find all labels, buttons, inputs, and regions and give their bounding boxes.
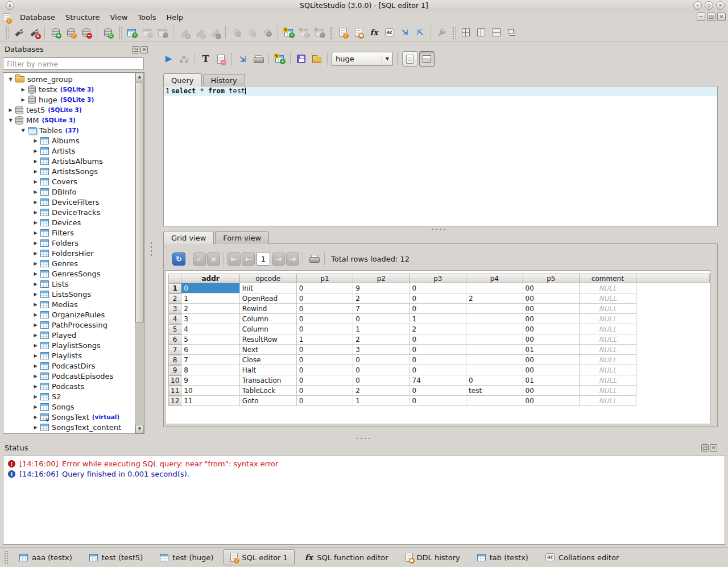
grid-cell[interactable]: 00	[523, 283, 580, 293]
grid-cell[interactable]: Close	[240, 355, 297, 365]
grid-cell[interactable]: 2	[353, 293, 410, 304]
grid-cell[interactable]: TableLock	[240, 386, 297, 396]
grid-cell[interactable]: Next	[240, 345, 297, 355]
status-panel-close-button[interactable]: ×	[710, 444, 717, 452]
tree-item-Artists[interactable]: ▶Artists	[3, 146, 135, 156]
tree-item-PodcastDirs[interactable]: ▶PodcastDirs	[3, 361, 135, 371]
add-view-button[interactable]: +↯	[281, 25, 296, 40]
tree-item-Songs[interactable]: ▶Songs	[3, 402, 135, 412]
expand-arrow-icon[interactable]: ▶	[7, 107, 14, 113]
format-sql-button[interactable]: T	[198, 51, 213, 67]
add-database-button[interactable]: +	[48, 25, 63, 40]
grid-cell[interactable]: OpenRead	[240, 293, 297, 304]
grid-cell[interactable]: 0	[353, 355, 410, 365]
taskbar-button-sql-editor-1[interactable]: ⁄SQL editor 1	[224, 549, 295, 565]
database-selector-combo[interactable]: huge▼	[332, 52, 393, 66]
tree-item-MM[interactable]: ▼MM(SQLite 3)	[3, 115, 135, 125]
grid-cell[interactable]: 7	[353, 304, 410, 314]
scroll-up-button[interactable]: ▲	[135, 73, 144, 81]
tree-item-Genres[interactable]: ▶Genres	[3, 258, 135, 268]
tree-item-Devices[interactable]: ▶Devices	[3, 217, 135, 227]
expand-arrow-icon[interactable]: ▶	[32, 169, 39, 174]
grid-cell[interactable]: test	[466, 386, 523, 396]
grid-cell[interactable]: 2	[410, 324, 466, 334]
column-header-p5[interactable]: p5	[523, 274, 580, 283]
tree-item-SongsText[interactable]: ▶SongsText(virtual)	[3, 412, 135, 422]
grid-cell[interactable]: 0	[410, 345, 466, 355]
expand-arrow-icon[interactable]: ▶	[19, 97, 27, 102]
grid-cell[interactable]: NULL	[580, 396, 636, 406]
grid-cell[interactable]	[466, 283, 523, 293]
save-sql-to-file-button[interactable]	[293, 51, 309, 67]
minimize-window-button[interactable]: ›	[693, 1, 702, 10]
configure-button[interactable]	[434, 25, 449, 40]
tree-scrollbar[interactable]: ▲ ▼	[135, 73, 144, 433]
grid-cell[interactable]: 9	[181, 375, 240, 386]
tree-item-some_group[interactable]: ▼some_group	[3, 74, 135, 84]
execute-query-button[interactable]: ▶	[161, 51, 176, 67]
grid-cell[interactable]: 01	[523, 345, 580, 355]
tree-item-Medias[interactable]: ▶Medias	[3, 299, 135, 309]
grid-cell[interactable]: 2	[466, 293, 523, 304]
expand-arrow-icon[interactable]: ▶	[32, 292, 39, 297]
mdi-close-button[interactable]: ×	[717, 13, 726, 21]
tree-item-PathProcessing[interactable]: ▶PathProcessing	[3, 320, 135, 330]
row-header-10[interactable]: 10	[168, 375, 181, 386]
databases-panel-close-button[interactable]: ×	[140, 46, 148, 53]
tree-item-DBInfo[interactable]: ▶DBInfo	[3, 187, 135, 197]
column-header-p1[interactable]: p1	[297, 274, 353, 283]
scrollbar-thumb[interactable]	[135, 82, 144, 323]
grid-cell[interactable]: 0	[297, 355, 353, 365]
tree-item-huge[interactable]: ▶huge(SQLite 3)	[3, 94, 135, 105]
expand-arrow-icon[interactable]: ▶	[32, 230, 39, 235]
grid-cell[interactable]: NULL	[580, 283, 636, 293]
toolbar-handle[interactable]	[118, 26, 122, 39]
print-results-button[interactable]	[306, 251, 321, 267]
grid-cell[interactable]: 0	[297, 365, 353, 375]
databases-panel-float-button[interactable]: ◳	[132, 46, 139, 53]
expand-arrow-icon[interactable]: ▶	[32, 404, 39, 409]
expand-arrow-icon[interactable]: ▶	[32, 138, 39, 143]
grid-cell[interactable]: Column	[240, 324, 297, 334]
taskbar-button-test-test5-[interactable]: test (test5)	[82, 549, 150, 565]
open-ddl-history-button[interactable]: ≡	[351, 25, 366, 40]
expand-arrow-icon[interactable]: ▶	[32, 415, 39, 420]
collapse-arrow-icon[interactable]: ▼	[19, 128, 27, 133]
grid-cell[interactable]: 01	[523, 375, 580, 386]
grid-cell[interactable]: 00	[523, 304, 580, 314]
grid-cell[interactable]: 6	[181, 345, 240, 355]
tree-item-Lists[interactable]: ▶Lists	[3, 279, 135, 289]
grid-cell[interactable]: NULL	[580, 334, 636, 345]
tab-history[interactable]: History	[203, 74, 245, 86]
grid-cell[interactable]: 0	[353, 375, 410, 386]
expand-arrow-icon[interactable]: ▶	[32, 179, 39, 184]
open-collations-editor-button[interactable]	[382, 25, 397, 40]
status-panel-float-button[interactable]: ◳	[701, 444, 709, 452]
tree-item-GenresSongs[interactable]: ▶GenresSongs	[3, 268, 135, 279]
refresh-results-button[interactable]: ↻	[172, 253, 185, 266]
column-header-addr[interactable]: addr	[181, 274, 240, 283]
grid-cell[interactable]: 2	[353, 334, 410, 345]
expand-arrow-icon[interactable]: ▶	[32, 282, 39, 287]
scroll-down-button[interactable]: ▼	[135, 425, 144, 433]
grid-cell[interactable]: NULL	[580, 304, 636, 314]
disconnect-button[interactable]: ×	[26, 25, 42, 40]
expand-arrow-icon[interactable]: ▶	[32, 189, 39, 194]
column-header-comment[interactable]: comment	[580, 274, 636, 283]
row-header-6[interactable]: 6	[168, 334, 181, 345]
mdi-restore-button[interactable]: ◳	[707, 13, 715, 21]
collapse-arrow-icon[interactable]: ▼	[7, 118, 14, 123]
grid-cell[interactable]: 00	[523, 314, 580, 324]
tree-item-ListsSongs[interactable]: ▶ListsSongs	[3, 289, 135, 299]
grid-cell[interactable]: Halt	[240, 365, 297, 375]
grid-cell[interactable]: 0	[297, 375, 353, 386]
toolbar-handle[interactable]	[329, 26, 333, 39]
grid-cell[interactable]: 0	[297, 283, 353, 293]
import-button[interactable]: ⇲	[397, 25, 412, 40]
grid-cell[interactable]: 0	[297, 304, 353, 314]
mdi-horizontal-button[interactable]	[489, 25, 504, 40]
grid-cell[interactable]: 00	[523, 365, 580, 375]
row-header-3[interactable]: 3	[168, 304, 181, 314]
grid-cell[interactable]: 2	[353, 386, 410, 396]
expand-arrow-icon[interactable]: ▶	[32, 384, 39, 389]
